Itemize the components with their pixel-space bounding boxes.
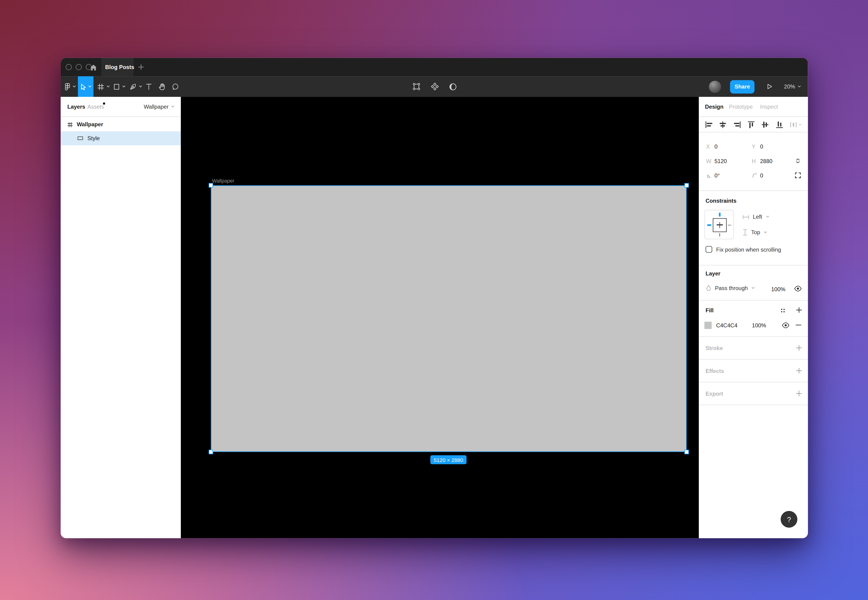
rectangle-tool-icon <box>113 83 120 91</box>
plus-icon <box>796 390 803 397</box>
use-as-mask-button[interactable] <box>448 76 458 97</box>
minimize-window-button[interactable] <box>76 64 82 70</box>
horizontal-constraint-select[interactable]: Left <box>742 214 769 220</box>
constrain-proportions-toggle[interactable] <box>795 157 801 165</box>
constraint-left-tick-active[interactable] <box>707 224 711 226</box>
chevron-down-icon <box>171 105 175 108</box>
selection-handle-bottom-right[interactable] <box>684 450 689 454</box>
rotation-icon-wrap <box>706 172 712 178</box>
divider <box>699 191 808 191</box>
frame-tool-button[interactable] <box>96 76 111 97</box>
add-export-button[interactable] <box>796 390 803 397</box>
tab-blog-posts[interactable]: Blog Posts <box>101 58 133 76</box>
align-left-button[interactable] <box>705 120 713 128</box>
page-selector[interactable]: Wallpaper <box>144 103 175 109</box>
layer-name: Style <box>87 135 100 141</box>
text-tool-icon <box>145 83 152 91</box>
figma-window: Blog Posts <box>60 58 808 538</box>
align-top-button[interactable] <box>747 120 755 128</box>
fill-hex-value[interactable]: C4C4C4 <box>716 322 737 328</box>
edit-object-button[interactable] <box>411 76 422 97</box>
blend-mode-select[interactable]: Pass through <box>705 285 755 292</box>
hand-tool-button[interactable] <box>156 76 168 97</box>
help-button-label: ? <box>787 515 791 524</box>
chevron-down-icon <box>139 85 142 88</box>
canvas-frame-label[interactable]: Wallpaper <box>212 178 234 184</box>
mask-icon <box>448 82 457 91</box>
constraint-top-tick-active[interactable] <box>719 213 720 217</box>
zoom-menu[interactable]: 20% <box>784 76 801 97</box>
tab-assets[interactable]: Assets <box>87 103 104 109</box>
stroke-heading: Stroke <box>705 345 723 351</box>
align-horizontal-center-button[interactable] <box>719 120 727 128</box>
fix-position-row: Fix position when scrolling <box>705 246 781 253</box>
layer-row-wallpaper[interactable]: Wallpaper <box>60 117 181 131</box>
add-stroke-button[interactable] <box>796 344 803 351</box>
window-titlebar: Blog Posts <box>60 58 808 76</box>
constraints-widget[interactable] <box>705 210 734 239</box>
constraint-right-tick[interactable] <box>727 225 731 226</box>
home-button[interactable] <box>89 63 98 71</box>
add-effect-button[interactable] <box>796 367 803 374</box>
present-button[interactable] <box>765 76 774 97</box>
left-panel: Layers Assets Wallpaper Wallpaper <box>60 97 181 538</box>
share-button[interactable]: Share <box>730 80 755 93</box>
distribute-menu-button[interactable] <box>789 120 802 128</box>
selection-handle-top-right[interactable] <box>684 183 689 188</box>
height-field-value[interactable]: 2880 <box>760 158 772 164</box>
frame-tool-icon <box>97 83 105 91</box>
fill-color-swatch[interactable] <box>705 322 712 329</box>
corner-radius-value[interactable]: 0 <box>760 172 763 178</box>
user-avatar[interactable] <box>709 76 721 97</box>
tab-title: Blog Posts <box>105 64 134 70</box>
pen-tool-icon <box>129 83 137 91</box>
main-menu-button[interactable] <box>63 76 77 97</box>
main-area: Layers Assets Wallpaper Wallpaper <box>60 97 808 538</box>
align-vertical-center-button[interactable] <box>761 120 769 128</box>
tab-layers[interactable]: Layers <box>67 103 85 109</box>
desktop: Blog Posts <box>0 0 868 600</box>
chevron-down-icon <box>122 85 126 88</box>
fill-opacity-value[interactable]: 100% <box>752 322 766 328</box>
vertical-constraint-select[interactable]: Top <box>742 229 767 236</box>
fill-visibility-toggle[interactable] <box>782 322 790 328</box>
comment-tool-button[interactable] <box>170 76 181 97</box>
move-tool-button[interactable] <box>77 76 93 97</box>
divider <box>699 132 808 132</box>
add-fill-button[interactable] <box>796 307 803 314</box>
shape-tool-button[interactable] <box>112 76 127 97</box>
tab-prototype[interactable]: Prototype <box>729 103 753 109</box>
layer-row-style-selected[interactable]: Style <box>60 131 181 145</box>
selection-handle-top-left[interactable] <box>209 183 213 188</box>
constraint-bottom-tick[interactable] <box>719 233 720 236</box>
width-field-value[interactable]: 5120 <box>714 158 727 164</box>
close-window-button[interactable] <box>66 64 72 70</box>
remove-fill-button[interactable] <box>795 322 802 329</box>
tab-inspect[interactable]: Inspect <box>760 103 778 109</box>
pen-tool-button[interactable] <box>128 76 144 97</box>
y-field-value[interactable]: 0 <box>760 143 763 149</box>
fix-position-checkbox[interactable] <box>705 246 712 253</box>
page-selector-value: Wallpaper <box>144 103 169 109</box>
selection-handle-bottom-left[interactable] <box>209 450 213 454</box>
x-field-value[interactable]: 0 <box>714 143 717 149</box>
plus-icon <box>796 344 803 351</box>
align-right-button[interactable] <box>733 120 741 128</box>
chevron-down-icon <box>72 85 76 88</box>
create-component-button[interactable] <box>429 76 440 97</box>
new-tab-button[interactable] <box>138 64 144 70</box>
help-button[interactable]: ? <box>781 511 797 528</box>
selected-frame-wallpaper[interactable] <box>211 185 687 452</box>
tab-design[interactable]: Design <box>705 103 723 109</box>
layer-visibility-toggle[interactable] <box>794 286 802 292</box>
fill-styles-button[interactable] <box>780 307 786 314</box>
canvas[interactable]: Wallpaper 5120 × 2880 <box>181 97 699 538</box>
chevron-down-icon <box>765 215 769 218</box>
rotation-value[interactable]: 0° <box>714 172 720 178</box>
chevron-down-icon <box>797 85 801 88</box>
layer-opacity-value[interactable]: 100% <box>771 286 785 292</box>
align-bottom-button[interactable] <box>775 120 783 128</box>
divider <box>699 405 808 405</box>
independent-corners-button[interactable] <box>795 172 801 179</box>
text-tool-button[interactable] <box>144 76 154 97</box>
